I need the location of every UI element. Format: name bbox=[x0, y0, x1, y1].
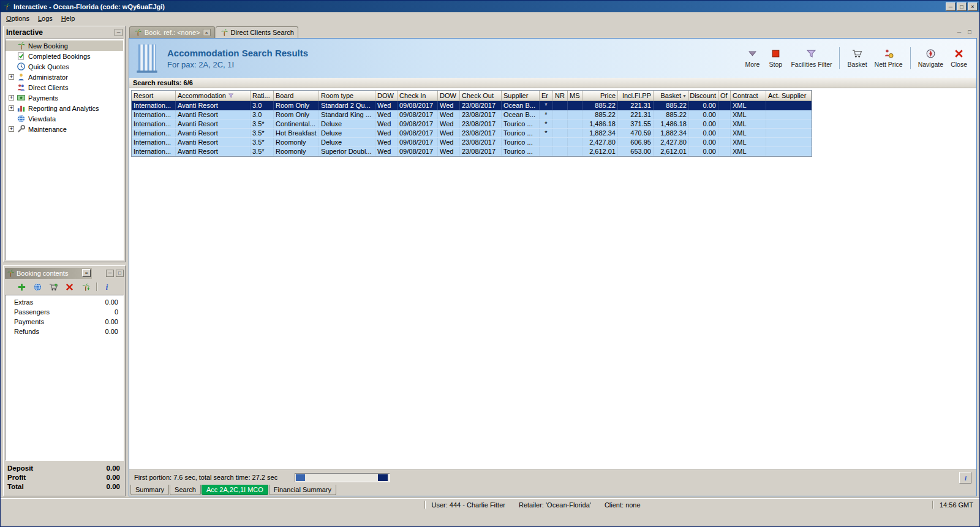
cell bbox=[553, 138, 568, 146]
column-header-label: Price bbox=[600, 92, 616, 99]
expand-icon[interactable]: + bbox=[9, 74, 14, 80]
expand-icon[interactable]: + bbox=[9, 126, 14, 132]
close-tab-icon[interactable]: × bbox=[203, 29, 211, 36]
booking-row-refunds[interactable]: Refunds0.00 bbox=[6, 327, 123, 336]
bottom-tab-summary[interactable]: Summary bbox=[130, 485, 169, 495]
column-header-check-out[interactable]: Check Out bbox=[460, 91, 502, 100]
collapse-panel-icon[interactable]: ─ bbox=[115, 29, 123, 36]
table-row[interactable]: Internation...Avanti Resort3.5*Hot Break… bbox=[132, 129, 812, 138]
column-header-incl-fl-pp[interactable]: Incl.Fl.PP bbox=[618, 91, 654, 100]
cell: Wed bbox=[438, 101, 460, 110]
cell: 221.31 bbox=[618, 101, 654, 110]
booking-row-passengers[interactable]: Passengers0 bbox=[6, 307, 123, 317]
column-header-accommodation[interactable]: Accommodation bbox=[176, 91, 251, 100]
table-row[interactable]: Internation...Avanti Resort3.5*RoomonlyD… bbox=[132, 138, 812, 147]
table-body: Internation...Avanti Resort3.0Room OnlyS… bbox=[132, 101, 812, 156]
sidebar-item-payments[interactable]: +Payments bbox=[6, 93, 123, 103]
booking-row-payments[interactable]: Payments0.00 bbox=[6, 317, 123, 327]
cell: 3.5* bbox=[251, 147, 274, 156]
tab-direct-clients-search[interactable]: Direct Clients Search bbox=[216, 26, 298, 38]
cart-icon bbox=[852, 48, 862, 59]
minimize-panel-icon[interactable]: ─ bbox=[106, 270, 114, 277]
tab-book-ref-none[interactable]: Book. ref.: <none>× bbox=[129, 26, 215, 38]
cell: Wed bbox=[375, 129, 398, 137]
results-banner: Accommodation Search Results For pax: 2A… bbox=[129, 39, 976, 78]
stop-button[interactable]: Stop bbox=[764, 44, 786, 72]
palm-up-button[interactable] bbox=[80, 281, 91, 292]
close-button[interactable]: Close bbox=[948, 44, 970, 72]
close-panel-icon[interactable]: × bbox=[82, 269, 91, 277]
restore-panel-icon[interactable]: □ bbox=[116, 270, 124, 277]
table-row[interactable]: Internation...Avanti Resort3.5*Continent… bbox=[132, 119, 812, 129]
booking-contents-caption[interactable]: Booking contents × bbox=[5, 268, 92, 279]
column-header-contract[interactable]: Contract bbox=[731, 91, 766, 100]
navigate-button[interactable]: Navigate bbox=[915, 44, 946, 72]
table-row[interactable]: Internation...Avanti Resort3.5*RoomonlyS… bbox=[132, 147, 812, 156]
cell: 23/08/2017 bbox=[460, 101, 502, 110]
column-header-act-supplier[interactable]: Act. Supplier bbox=[766, 91, 812, 100]
sidebar-item-quick-quotes[interactable]: +Quick Quotes bbox=[6, 61, 123, 72]
column-header-board[interactable]: Board bbox=[274, 91, 319, 100]
minimize-view-icon[interactable]: ─ bbox=[955, 28, 963, 36]
facilities-filter-button[interactable]: Facilities Filter bbox=[788, 44, 835, 72]
delete-icon bbox=[65, 282, 74, 292]
column-header-er[interactable]: Er bbox=[540, 91, 553, 100]
sidebar-item-completed-bookings[interactable]: +Completed Bookings bbox=[6, 51, 123, 61]
info-icon bbox=[962, 474, 970, 482]
close-icon[interactable]: × bbox=[968, 2, 978, 11]
menu-options[interactable]: Options bbox=[2, 13, 34, 23]
column-header-discount[interactable]: Discount bbox=[689, 91, 718, 100]
column-header-label: Resort bbox=[134, 92, 153, 99]
column-header-of[interactable]: Of bbox=[718, 91, 731, 100]
basket-button[interactable]: Basket bbox=[844, 44, 870, 72]
globe-button[interactable] bbox=[32, 281, 43, 292]
minimize-icon[interactable]: ─ bbox=[946, 2, 956, 11]
column-header-nr[interactable]: NR bbox=[553, 91, 568, 100]
maximize-icon[interactable]: □ bbox=[957, 2, 967, 11]
column-header-price[interactable]: Price bbox=[582, 91, 618, 100]
sidebar-item-label: Maintenance bbox=[28, 126, 67, 133]
sidebar-item-administrator[interactable]: +Administrator bbox=[6, 72, 123, 82]
column-header-check-in[interactable]: Check In bbox=[398, 91, 438, 100]
basket-add-button[interactable] bbox=[48, 281, 59, 292]
nett-price-button[interactable]: Nett Price bbox=[872, 44, 906, 72]
column-header-dow[interactable]: DOW bbox=[375, 91, 398, 100]
cell: Hot Breakfast bbox=[274, 129, 319, 137]
column-header-room-type[interactable]: Room type bbox=[319, 91, 375, 100]
more-button[interactable]: More bbox=[741, 44, 763, 72]
table-row[interactable]: Internation...Avanti Resort3.0Room OnlyS… bbox=[132, 101, 812, 110]
sidebar-item-viewdata[interactable]: +Viewdata bbox=[6, 113, 123, 124]
add-button[interactable] bbox=[17, 281, 28, 292]
column-header-dow[interactable]: DOW bbox=[438, 91, 460, 100]
expand-icon[interactable]: + bbox=[9, 105, 14, 111]
sidebar-item-maintenance[interactable]: +Maintenance bbox=[6, 124, 123, 134]
info-button[interactable] bbox=[102, 281, 113, 292]
sidebar-item-reporting-and-analytics[interactable]: +Reporting and Analytics bbox=[6, 103, 123, 113]
cell: * bbox=[540, 110, 553, 119]
column-header-supplier[interactable]: Supplier bbox=[502, 91, 540, 100]
info-button[interactable] bbox=[959, 472, 971, 483]
bottom-tab-financial-summary[interactable]: Financial Summary bbox=[269, 485, 336, 495]
cell: Avanti Resort bbox=[176, 119, 251, 128]
cell: XML bbox=[731, 129, 766, 137]
cell: 23/08/2017 bbox=[460, 147, 502, 156]
cell: 0.00 bbox=[689, 129, 718, 137]
basket-add-icon bbox=[49, 282, 58, 292]
column-header-ms[interactable]: MS bbox=[568, 91, 582, 100]
column-header-resort[interactable]: Resort bbox=[132, 91, 176, 100]
cell bbox=[718, 119, 731, 128]
menu-help[interactable]: Help bbox=[57, 13, 80, 23]
column-header-basket[interactable]: Basket▼ bbox=[654, 91, 689, 100]
bottom-tab-acc-2a-2c-1i-mco[interactable]: Acc 2A,2C,1I MCO bbox=[202, 485, 268, 495]
sidebar-item-new-booking[interactable]: +New Booking bbox=[6, 40, 123, 51]
expand-icon[interactable]: + bbox=[9, 95, 14, 100]
sidebar-item-direct-clients[interactable]: +Direct Clients bbox=[6, 82, 123, 93]
maximize-view-icon[interactable]: □ bbox=[965, 28, 974, 36]
sidebar-item-label: Direct Clients bbox=[28, 84, 68, 91]
column-header-rati[interactable]: Rati... bbox=[251, 91, 274, 100]
menu-logs[interactable]: Logs bbox=[34, 13, 57, 23]
table-row[interactable]: Internation...Avanti Resort3.0Room OnlyS… bbox=[132, 110, 812, 119]
delete-button[interactable] bbox=[64, 281, 75, 292]
bottom-tab-search[interactable]: Search bbox=[170, 485, 201, 495]
booking-row-extras[interactable]: Extras0.00 bbox=[6, 297, 123, 307]
